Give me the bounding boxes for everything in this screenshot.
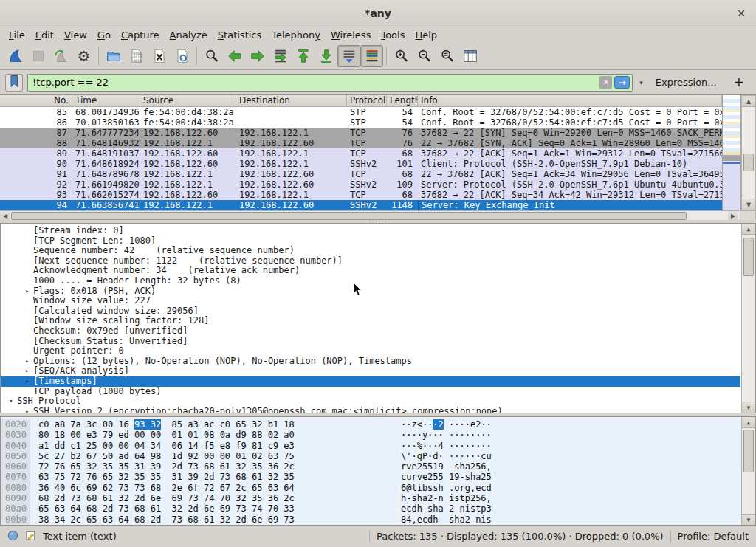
intelligent-scrollbar-minimap[interactable]	[722, 95, 741, 210]
detail-line[interactable]: ▸Options: (12 bytes), No-Operation (NOP)…	[1, 357, 740, 367]
packet-row-90[interactable]: 9071.648618924192.168.122.60192.168.122.…	[0, 159, 722, 169]
open-file-button[interactable]	[102, 45, 125, 67]
menu-help[interactable]: Help	[410, 29, 442, 41]
detail-line[interactable]: TCP payload (1080 bytes)	[1, 387, 740, 397]
display-filter-input[interactable]	[32, 77, 597, 88]
expert-info-icon[interactable]	[7, 530, 18, 543]
expander-icon[interactable]: ▸	[21, 376, 33, 387]
start-capture-button[interactable]	[4, 45, 27, 67]
hex-row-0090[interactable]: 009068 2d 73 68 61 32 2d 6e 69 73 74 70 …	[1, 493, 755, 503]
hex-row-0040[interactable]: 0040a1 dd c1 25 00 00 04 34 06 14 f5 e8 …	[1, 441, 755, 451]
menu-wireless[interactable]: Wireless	[326, 29, 376, 41]
packet-list-vscrollbar[interactable]: ▲ ▼	[741, 95, 756, 210]
column-header-destination[interactable]: Destination	[236, 95, 347, 106]
column-header-time[interactable]: Time	[72, 95, 140, 106]
hex-scroll-thumb[interactable]	[743, 430, 754, 472]
hex-row-0020[interactable]: 0020c0 a8 7a 3c 00 16 93 32 85 a3 ac c0 …	[1, 419, 755, 430]
column-header-info[interactable]: Info	[418, 95, 722, 106]
menu-telephony[interactable]: Telephony	[267, 29, 326, 41]
go-back-button[interactable]	[223, 45, 246, 67]
column-header-no[interactable]: No.	[0, 95, 72, 106]
detail-line[interactable]: ▾SSH Protocol	[1, 396, 740, 407]
find-packet-button[interactable]	[200, 45, 223, 67]
packet-row-93[interactable]: 9371.662015274192.168.122.60192.168.122.…	[0, 190, 722, 200]
column-header-length[interactable]: Length	[387, 95, 418, 106]
details-vscrollbar[interactable]: ▲ ▼	[741, 223, 756, 413]
detail-line[interactable]: [TCP Segment Len: 1080]	[1, 236, 740, 247]
menu-capture[interactable]: Capture	[116, 29, 165, 41]
profile-status[interactable]: Profile: Default	[678, 531, 749, 542]
menu-view[interactable]: View	[59, 29, 92, 41]
detail-line[interactable]: [Checksum Status: Unverified]	[1, 337, 740, 347]
zoom-out-button[interactable]	[413, 45, 436, 67]
detail-line[interactable]: [Stream index: 0]	[1, 226, 740, 236]
detail-line[interactable]: Window size value: 227	[1, 296, 740, 306]
expression-button[interactable]: Expression...	[650, 77, 723, 88]
auto-scroll-button[interactable]	[337, 45, 360, 67]
packet-row-88[interactable]: 8871.648146932192.168.122.1192.168.122.6…	[0, 138, 722, 148]
hex-row-00a0[interactable]: 00a065 63 64 68 2d 73 68 61 32 2d 6e 69 …	[1, 503, 755, 514]
go-last-packet-button[interactable]	[315, 45, 337, 67]
scroll-down-icon[interactable]: ▼	[742, 402, 755, 413]
hex-row-0060[interactable]: 006072 76 65 32 35 35 31 39 2d 73 68 61 …	[1, 461, 755, 472]
detail-line[interactable]: [Window size scaling factor: 128]	[1, 316, 740, 326]
detail-line[interactable]: ▸Flags: 0x018 (PSH, ACK)	[1, 286, 740, 297]
detail-line[interactable]: [Next sequence number: 1122 (relative se…	[1, 256, 740, 266]
packet-row-89[interactable]: 8971.648191037192.168.122.60192.168.122.…	[0, 148, 722, 159]
menu-edit[interactable]: Edit	[30, 29, 59, 41]
go-to-packet-button[interactable]	[269, 45, 292, 67]
hex-vscrollbar[interactable]: ▲ ▼	[741, 416, 756, 526]
expander-icon[interactable]: ▸	[21, 366, 33, 376]
hex-row-0050[interactable]: 00505c 27 b2 67 50 ad 64 98 1d 92 00 00 …	[1, 451, 755, 461]
filter-apply-button[interactable]: →	[614, 76, 630, 89]
detail-line[interactable]: ▸[Timestamps]	[1, 376, 740, 387]
capture-comment-icon[interactable]	[25, 530, 36, 543]
filter-clear-button[interactable]: ✕	[599, 76, 612, 89]
packet-row-91[interactable]: 9171.648789678192.168.122.1192.168.122.6…	[0, 169, 722, 179]
detail-line[interactable]: Urgent pointer: 0	[1, 346, 740, 357]
detail-line[interactable]: Sequence number: 42 (relative sequence n…	[1, 246, 740, 256]
details-scroll-thumb[interactable]	[743, 238, 754, 276]
scroll-up-icon[interactable]: ▲	[742, 417, 755, 428]
packet-row-85[interactable]: 8568.001734936fe:54:00:d4:38:2aSTP54Conf…	[0, 107, 722, 117]
packet-list-scroll-thumb[interactable]	[743, 154, 754, 171]
packet-row-87[interactable]: 8771.647777234192.168.122.60192.168.122.…	[0, 128, 722, 138]
stop-capture-button[interactable]	[27, 45, 49, 67]
menu-go[interactable]: Go	[92, 29, 116, 41]
expander-icon[interactable]: ▸	[21, 407, 33, 413]
packet-row-94[interactable]: 9471.663856741192.168.122.1192.168.122.6…	[0, 200, 722, 210]
resize-columns-button[interactable]	[458, 45, 481, 67]
scroll-up-icon[interactable]: ▲	[742, 96, 755, 107]
zoom-reset-button[interactable]	[436, 45, 458, 67]
hex-row-0080[interactable]: 008036 40 6c 69 62 73 73 68 2e 6f 72 67 …	[1, 483, 755, 493]
hex-row-00b0[interactable]: 00b038 34 2c 65 63 64 68 2d 73 68 61 32 …	[1, 515, 755, 525]
column-header-source[interactable]: Source	[140, 95, 236, 106]
reload-file-button[interactable]	[171, 45, 193, 67]
filter-bookmark-button[interactable]	[5, 74, 23, 92]
detail-line[interactable]: 1000 .... = Header Length: 32 bytes (8)	[1, 276, 740, 286]
go-forward-button[interactable]	[246, 45, 269, 67]
filter-history-dropdown[interactable]: ▾	[637, 79, 645, 86]
save-file-button[interactable]: 010101100011	[125, 45, 148, 67]
menu-tools[interactable]: Tools	[376, 29, 410, 41]
close-window-button[interactable]: ✕	[735, 7, 748, 20]
colorize-packets-button[interactable]	[360, 45, 383, 67]
capture-options-button[interactable]: ⚙	[72, 45, 95, 67]
column-header-protocol[interactable]: Protocol	[347, 95, 387, 106]
expander-icon[interactable]: ▾	[5, 396, 17, 407]
menu-file[interactable]: File	[4, 29, 30, 41]
close-file-button[interactable]	[148, 45, 171, 67]
expander-icon[interactable]: ▸	[21, 286, 33, 297]
scroll-up-icon[interactable]: ▲	[742, 224, 755, 235]
expander-icon[interactable]: ▸	[21, 357, 33, 367]
detail-line[interactable]: ▸[SEQ/ACK analysis]	[1, 366, 740, 376]
detail-line[interactable]: Checksum: 0x79ed [unverified]	[1, 326, 740, 337]
detail-line[interactable]: [Calculated window size: 29056]	[1, 306, 740, 317]
add-filter-button[interactable]: +	[727, 75, 751, 91]
packet-list-hscroll-thumb[interactable]	[11, 212, 687, 220]
scroll-down-icon[interactable]: ▼	[742, 199, 755, 210]
detail-line[interactable]: Acknowledgment number: 34 (relative ack …	[1, 266, 740, 276]
menu-analyze[interactable]: Analyze	[165, 29, 213, 41]
hex-row-0070[interactable]: 007063 75 72 76 65 32 35 35 31 39 2d 73 …	[1, 472, 755, 482]
packet-row-86[interactable]: 8670.013850163fe:54:00:d4:38:2aSTP54Conf…	[0, 117, 722, 128]
